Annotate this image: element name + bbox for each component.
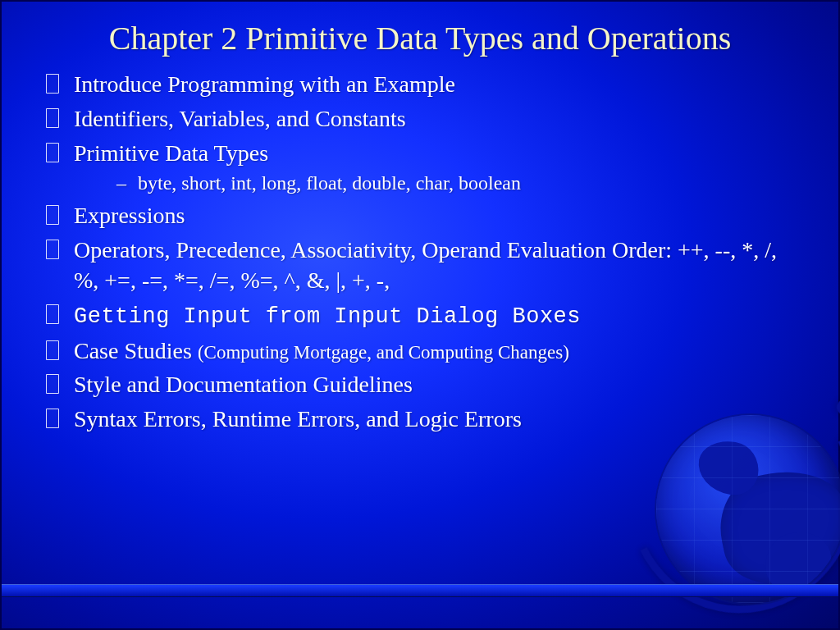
bullet-item: Style and Documentation Guidelines (34, 369, 806, 400)
bullet-item: Operators, Precedence, Associativity, Op… (34, 235, 806, 297)
sub-bullet-text: byte, short, int, long, float, double, c… (138, 172, 521, 194)
bullet-text: Introduce Programming with an Example (74, 71, 455, 97)
bullet-text: Style and Documentation Guidelines (74, 372, 413, 397)
bullet-item: Primitive Data Types byte, short, int, l… (34, 138, 806, 197)
bullet-list: Introduce Programming with an Example Id… (34, 69, 806, 435)
sub-bullet-item: byte, short, int, long, float, double, c… (116, 170, 806, 196)
bullet-text: Expressions (74, 203, 185, 228)
sub-bullet-list: byte, short, int, long, float, double, c… (74, 170, 806, 196)
bullet-item: Introduce Programming with an Example (34, 69, 806, 100)
bullet-text-monospace: Getting Input from Input Dialog Boxes (74, 304, 581, 329)
bullet-text-paren: (Computing Mortgage, and Computing Chang… (198, 342, 569, 363)
bullet-text: Case Studies (74, 338, 198, 363)
bullet-item: Syntax Errors, Runtime Errors, and Logic… (34, 404, 806, 435)
bullet-item: Identifiers, Variables, and Constants (34, 103, 806, 135)
bullet-item: Expressions (34, 200, 806, 231)
footer-stripe (2, 584, 838, 597)
bullet-text: Primitive Data Types (74, 140, 268, 166)
bullet-item: Case Studies (Computing Mortgage, and Co… (34, 336, 806, 367)
bullet-text: Identifiers, Variables, and Constants (74, 106, 406, 131)
bullet-item: Getting Input from Input Dialog Boxes (34, 299, 806, 331)
bullet-text: Operators, Precedence, Associativity, Op… (74, 237, 777, 294)
slide: Chapter 2 Primitive Data Types and Opera… (0, 0, 840, 630)
slide-title: Chapter 2 Primitive Data Types and Opera… (2, 2, 838, 66)
slide-body: Introduce Programming with an Example Id… (2, 66, 838, 435)
bullet-text: Syntax Errors, Runtime Errors, and Logic… (74, 406, 522, 431)
